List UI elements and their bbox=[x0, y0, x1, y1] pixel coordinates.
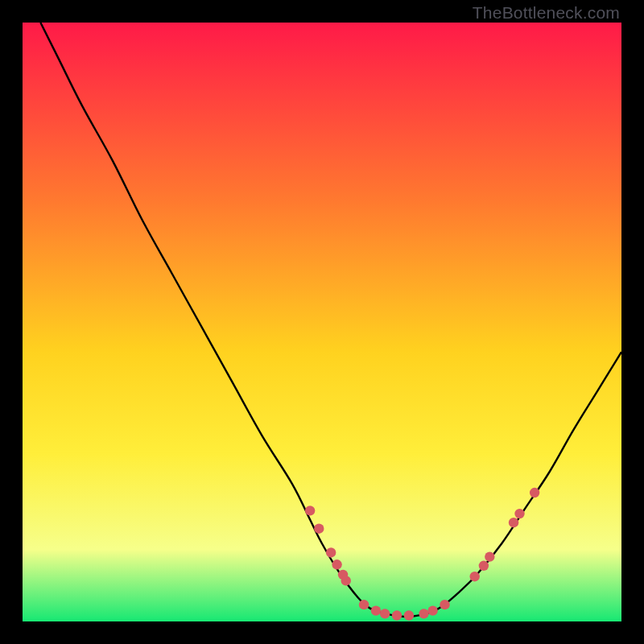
marker-point bbox=[479, 561, 489, 571]
marker-point bbox=[332, 559, 341, 569]
marker-point bbox=[359, 600, 369, 609]
marker-point bbox=[470, 572, 480, 581]
marker-point bbox=[380, 609, 390, 618]
marker-point bbox=[419, 609, 428, 618]
marker-point bbox=[530, 488, 539, 497]
marker-point bbox=[427, 605, 437, 615]
marker-point bbox=[440, 600, 449, 609]
marker-point bbox=[514, 509, 524, 518]
marker-point bbox=[371, 605, 381, 615]
marker-point bbox=[314, 523, 324, 533]
bottleneck-chart bbox=[23, 23, 621, 621]
watermark-text: TheBottleneck.com bbox=[473, 3, 620, 23]
marker-point bbox=[392, 610, 402, 620]
marker-point bbox=[326, 547, 336, 557]
chart-frame bbox=[23, 23, 621, 621]
marker-point bbox=[404, 610, 414, 620]
marker-point bbox=[341, 576, 351, 585]
marker-point bbox=[485, 551, 494, 561]
marker-point bbox=[305, 506, 315, 515]
marker-point bbox=[509, 518, 518, 527]
